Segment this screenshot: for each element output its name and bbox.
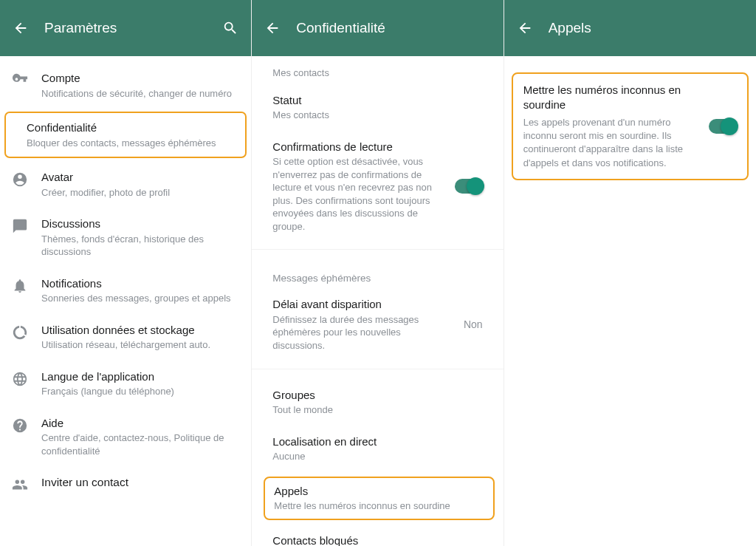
- calls-header: Appels: [504, 0, 756, 56]
- read-receipts-title: Confirmations de lecture: [272, 140, 445, 154]
- settings-item-privacy-highlight[interactable]: Confidentialité Bloquer des contacts, me…: [4, 112, 247, 158]
- groups-title: Groupes: [272, 388, 482, 403]
- blocked-title: Contacts bloqués: [272, 533, 482, 546]
- read-receipts-toggle[interactable]: [455, 179, 483, 194]
- settings-title: Paramètres: [44, 20, 207, 36]
- settings-item-account[interactable]: Compte Notifications de sécurité, change…: [0, 62, 251, 109]
- avatar-title: Avatar: [41, 170, 239, 185]
- settings-content: Compte Notifications de sécurité, change…: [0, 56, 251, 546]
- avatar-sub: Créer, modifier, photo de profil: [41, 186, 239, 199]
- settings-item-chats[interactable]: Discussions Thèmes, fonds d'écran, histo…: [0, 208, 251, 267]
- account-sub: Notifications de sécurité, changer de nu…: [41, 87, 239, 100]
- divider: [252, 369, 503, 379]
- key-icon: [12, 72, 28, 89]
- settings-item-help[interactable]: Aide Centre d'aide, contactez-nous, Poli…: [0, 407, 251, 467]
- calls-header-title: Appels: [549, 20, 744, 36]
- bell-icon: [12, 278, 28, 294]
- chats-sub: Thèmes, fonds d'écran, historique des di…: [41, 233, 239, 259]
- privacy-item-groups[interactable]: Groupes Tout le monde: [252, 379, 503, 426]
- people-icon: [12, 477, 28, 493]
- privacy-header-title: Confidentialité: [296, 20, 491, 36]
- settings-header: Paramètres: [0, 0, 251, 56]
- avatar-icon: [12, 171, 28, 188]
- calls-content: Mettre les numéros inconnus en sourdine …: [504, 56, 756, 546]
- privacy-sub: Bloquer des contacts, messages éphémères: [27, 137, 216, 150]
- back-arrow-icon[interactable]: [12, 19, 30, 37]
- calls-item-title: Appels: [274, 484, 484, 499]
- language-title: Langue de l'application: [41, 369, 239, 384]
- privacy-content: Mes contacts Statut Mes contacts Confirm…: [252, 56, 503, 546]
- settings-screen: Paramètres Compte Notifications de sécur…: [0, 0, 252, 546]
- notifications-title: Notifications: [41, 276, 239, 291]
- back-arrow-icon[interactable]: [516, 19, 534, 37]
- settings-item-notifications[interactable]: Notifications Sonneries des messages, gr…: [0, 267, 251, 314]
- status-title: Statut: [272, 93, 482, 108]
- privacy-screen: Confidentialité Mes contacts Statut Mes …: [252, 0, 504, 546]
- search-icon[interactable]: [221, 19, 239, 37]
- disappear-title: Délai avant disparition: [272, 297, 455, 312]
- groups-sub: Tout le monde: [272, 403, 482, 417]
- silence-unknown-sub: Les appels provenant d'un numéro inconnu…: [523, 116, 700, 170]
- calls-item-sub: Mettre les numéros inconnus en sourdine: [274, 499, 484, 513]
- settings-item-storage[interactable]: Utilisation données et stockage Utilisat…: [0, 314, 251, 361]
- invite-title: Inviter un contact: [41, 475, 239, 490]
- status-sub: Mes contacts: [272, 109, 482, 122]
- privacy-title: Confidentialité: [27, 120, 216, 135]
- partial-top-sub: Mes contacts: [272, 66, 482, 80]
- language-sub: Français (langue du téléphone): [41, 385, 239, 398]
- chat-icon: [12, 218, 28, 234]
- silence-unknown-card[interactable]: Mettre les numéros inconnus en sourdine …: [512, 72, 749, 180]
- disappear-sub: Définissez la durée des messages éphémèr…: [272, 313, 455, 352]
- globe-icon: [12, 371, 28, 387]
- live-location-sub: Aucune: [272, 450, 482, 463]
- settings-item-language[interactable]: Langue de l'application Français (langue…: [0, 361, 251, 407]
- settings-item-avatar[interactable]: Avatar Créer, modifier, photo de profil: [0, 161, 251, 208]
- storage-sub: Utilisation réseau, téléchargement auto.: [41, 338, 239, 352]
- disappear-trailing: Non: [464, 318, 483, 330]
- privacy-item-calls-highlight[interactable]: Appels Mettre les numéros inconnus en so…: [264, 477, 494, 520]
- account-title: Compte: [41, 71, 239, 86]
- read-receipts-sub: Si cette option est désactivée, vous n'e…: [272, 155, 445, 233]
- calls-screen: Appels Mettre les numéros inconnus en so…: [504, 0, 756, 546]
- help-title: Aide: [41, 416, 239, 431]
- silence-unknown-title: Mettre les numéros inconnus en sourdine: [523, 83, 700, 112]
- privacy-item-disappear[interactable]: Délai avant disparition Définissez la du…: [252, 288, 503, 361]
- ephemeral-section-header: Messages éphémères: [252, 259, 503, 288]
- privacy-item-status[interactable]: Statut Mes contacts: [252, 84, 503, 131]
- help-sub: Centre d'aide, contactez-nous, Politique…: [41, 431, 239, 457]
- back-arrow-icon[interactable]: [264, 19, 281, 37]
- privacy-item-read-receipts[interactable]: Confirmations de lecture Si cette option…: [252, 131, 503, 242]
- settings-item-invite[interactable]: Inviter un contact: [0, 466, 251, 502]
- silence-unknown-toggle[interactable]: [709, 119, 737, 134]
- help-icon: [12, 417, 28, 434]
- storage-title: Utilisation données et stockage: [41, 323, 239, 338]
- notifications-sub: Sonneries des messages, groupes et appel…: [41, 292, 239, 305]
- privacy-header: Confidentialité: [252, 0, 503, 56]
- chats-title: Discussions: [41, 216, 239, 231]
- privacy-item-blocked[interactable]: Contacts bloqués Aucun·e: [252, 525, 503, 546]
- live-location-title: Localisation en direct: [272, 434, 482, 449]
- divider: [252, 249, 503, 259]
- privacy-item-partial-top[interactable]: Mes contacts: [252, 62, 503, 84]
- privacy-item-live-location[interactable]: Localisation en direct Aucune: [252, 426, 503, 472]
- data-usage-icon: [12, 324, 28, 341]
